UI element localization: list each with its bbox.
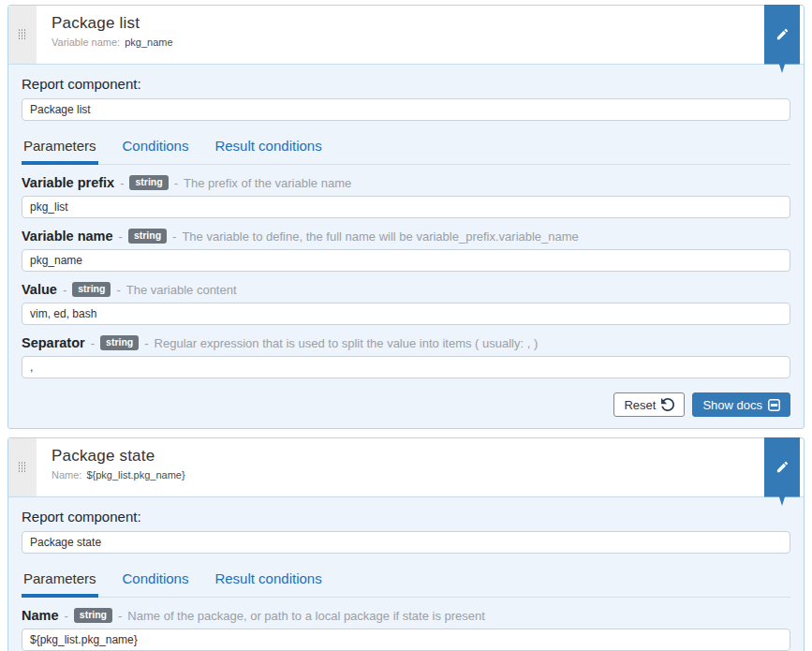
reset-undo-icon <box>661 398 674 411</box>
report-component-input[interactable] <box>22 98 790 121</box>
dash-separator: - <box>116 283 120 297</box>
param-name: Value <box>22 282 57 297</box>
docs-icon <box>768 399 780 411</box>
drag-handle[interactable] <box>8 6 37 64</box>
dash-separator: - <box>120 176 124 190</box>
param-description: The prefix of the variable name <box>184 176 351 190</box>
param-input-variable-prefix[interactable] <box>22 196 790 218</box>
param-row-name: Name - string - Name of the package, or … <box>22 608 790 651</box>
tab-conditions[interactable]: Conditions <box>121 134 191 165</box>
drag-dots-icon <box>19 462 27 473</box>
param-row-separator: Separator - string - Regular expression … <box>22 335 790 378</box>
report-component-input[interactable] <box>22 531 790 554</box>
tab-result-conditions[interactable]: Result conditions <box>213 567 323 598</box>
report-component-label: Report component: <box>22 509 790 525</box>
param-input-value[interactable] <box>22 303 790 325</box>
dash-separator: - <box>91 336 95 350</box>
panel-header: Package state Name:${pkg_list.pkg_name} <box>8 438 804 497</box>
panel-body: Report component: Parameters Conditions … <box>8 497 804 651</box>
dash-separator: - <box>144 336 148 350</box>
tab-conditions[interactable]: Conditions <box>121 567 191 598</box>
component-subtitle: Name:${pkg_list.pkg_name} <box>52 469 185 481</box>
reset-button[interactable]: Reset <box>613 392 685 417</box>
param-description: The variable to define, the full name wi… <box>182 229 578 244</box>
param-input-name[interactable] <box>22 629 790 651</box>
param-name: Variable prefix <box>22 175 114 190</box>
component-title: Package state <box>52 447 185 466</box>
subtitle-value: ${pkg_list.pkg_name} <box>86 469 185 481</box>
dash-separator: - <box>174 176 178 190</box>
param-type-badge: string <box>129 175 168 190</box>
panel-heading: Package list Variable name:pkg_name <box>37 6 173 64</box>
show-docs-button[interactable]: Show docs <box>692 392 790 417</box>
tab-bar: Parameters Conditions Result conditions <box>22 567 790 598</box>
tab-parameters[interactable]: Parameters <box>22 567 98 598</box>
report-component-label: Report component: <box>22 76 790 92</box>
component-subtitle: Variable name:pkg_name <box>52 37 173 48</box>
pencil-icon <box>775 460 790 474</box>
param-type-badge: string <box>74 608 112 623</box>
report-editor-page: Package list Variable name:pkg_name Repo… <box>0 0 812 651</box>
subtitle-value: pkg_name <box>125 37 172 48</box>
dash-separator: - <box>63 283 66 297</box>
component-panel-package-state: Package state Name:${pkg_list.pkg_name} … <box>7 437 805 651</box>
param-description: Name of the package, or path to a local … <box>127 609 485 623</box>
tab-bar: Parameters Conditions Result conditions <box>22 134 790 165</box>
param-row-variable-name: Variable name - string - The variable to… <box>22 229 790 272</box>
param-description: Regular expression that is used to split… <box>155 336 539 350</box>
reset-label: Reset <box>624 398 656 412</box>
param-input-separator[interactable] <box>22 356 790 378</box>
tab-parameters[interactable]: Parameters <box>22 134 98 165</box>
tab-result-conditions[interactable]: Result conditions <box>213 134 323 165</box>
param-row-value: Value - string - The variable content <box>22 282 790 325</box>
show-docs-label: Show docs <box>702 398 762 412</box>
panel-footer: Reset Show docs <box>22 392 790 417</box>
param-row-variable-prefix: Variable prefix - string - The prefix of… <box>22 175 790 218</box>
dash-separator: - <box>172 229 176 244</box>
edit-component-button[interactable] <box>764 437 800 506</box>
subtitle-label: Variable name: <box>52 37 120 48</box>
param-type-badge: string <box>128 229 167 244</box>
subtitle-label: Name: <box>52 469 81 481</box>
param-type-badge: string <box>100 335 139 350</box>
param-input-variable-name[interactable] <box>22 249 790 272</box>
pencil-icon <box>775 27 790 41</box>
dash-separator: - <box>118 609 122 623</box>
panel-heading: Package state Name:${pkg_list.pkg_name} <box>37 438 185 496</box>
param-name: Separator <box>22 335 85 350</box>
dash-separator: - <box>65 609 68 623</box>
dash-separator: - <box>119 229 123 244</box>
component-title: Package list <box>52 14 173 33</box>
panel-header: Package list Variable name:pkg_name <box>8 6 804 65</box>
param-name: Name <box>22 608 59 623</box>
param-description: The variable content <box>126 283 237 297</box>
component-panel-package-list: Package list Variable name:pkg_name Repo… <box>7 5 805 429</box>
param-type-badge: string <box>72 282 111 297</box>
param-name: Variable name <box>22 229 113 244</box>
drag-handle[interactable] <box>8 438 37 496</box>
panel-body: Report component: Parameters Conditions … <box>8 65 804 428</box>
edit-component-button[interactable] <box>764 5 800 73</box>
drag-dots-icon <box>19 29 27 40</box>
